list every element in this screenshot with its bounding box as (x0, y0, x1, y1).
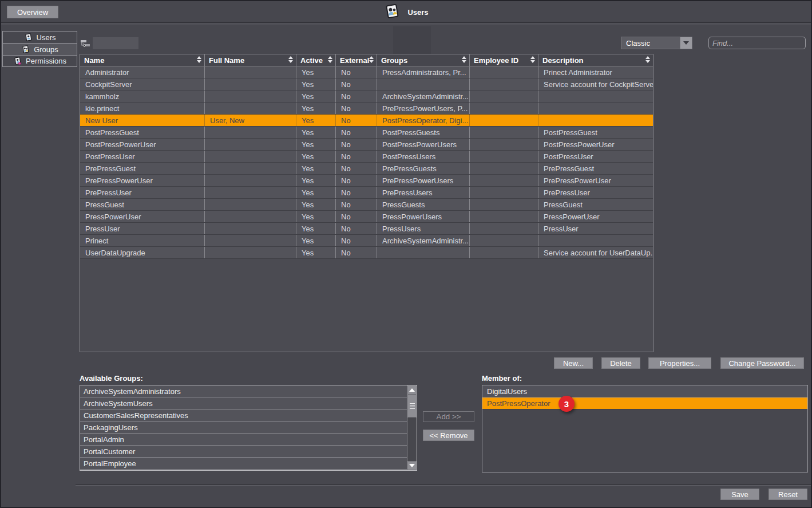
scroll-down-icon[interactable] (407, 461, 417, 470)
cell-name: PrePressPowerUser (80, 175, 205, 186)
view-mode-select[interactable]: Classic (621, 37, 692, 49)
sort-icon (288, 56, 293, 63)
cell-description: PressUser (538, 223, 653, 234)
list-item[interactable]: PortalAdmin (80, 434, 407, 446)
cell-active: Yes (296, 175, 336, 186)
cell-external: No (336, 247, 377, 258)
group-card-icon (21, 45, 30, 54)
sidebar-item-users[interactable]: Users (2, 31, 77, 43)
sidebar-item-groups[interactable]: Groups (2, 43, 77, 55)
group-name: ArchiveSystemUsers (84, 399, 153, 408)
list-item[interactable]: PackagingUsers (80, 422, 407, 434)
reset-button[interactable]: Reset (769, 489, 807, 500)
column-header-name[interactable]: Name (80, 54, 205, 66)
save-button[interactable]: Save (720, 489, 759, 500)
sort-icon (369, 56, 374, 63)
cell-groups: PrePressGuests (377, 163, 470, 174)
list-item[interactable]: CustomerSalesRepresentatives (80, 409, 407, 422)
delete-button[interactable]: Delete (601, 357, 640, 369)
table-row[interactable]: PostPressGuest Yes No PostPressGuests Po… (80, 127, 653, 139)
column-header-external[interactable]: External (336, 54, 377, 66)
table-row[interactable]: PrePressPowerUser Yes No PrePressPowerUs… (80, 175, 653, 187)
new-button[interactable]: New... (554, 357, 593, 369)
cell-active: Yes (296, 139, 336, 150)
user-card-icon (24, 33, 33, 42)
list-item[interactable]: DigitalUsers (482, 385, 807, 397)
scrollbar-thumb[interactable] (407, 395, 417, 418)
list-item[interactable]: PortalEmployee (80, 458, 407, 470)
table-row[interactable]: UserDataUpgrade Yes No Service account f… (80, 247, 653, 259)
cell-description: PrePressGuest (538, 163, 653, 174)
cell-groups: PressUsers (377, 223, 470, 234)
sort-icon (197, 56, 201, 63)
change-password-button[interactable]: Change Password... (720, 357, 804, 369)
quick-filter-input[interactable] (93, 37, 138, 49)
cell-employee-id (470, 127, 538, 138)
cell-full-name (205, 139, 296, 150)
cell-full-name (205, 235, 296, 246)
list-item[interactable]: ArchiveSystemAdministrators (80, 385, 407, 397)
sidebar-item-permissions[interactable]: Permissions (2, 55, 77, 67)
column-header-groups[interactable]: Groups (377, 54, 470, 66)
cell-description: PrePressUser (538, 187, 653, 198)
table-row[interactable]: Prinect Yes No ArchiveSystemAdministr... (80, 235, 653, 247)
cell-active: Yes (296, 199, 336, 210)
cell-name: PressUser (80, 223, 205, 234)
list-item[interactable]: PortalCustomer (80, 446, 407, 458)
group-name: PortalCustomer (84, 447, 135, 456)
table-row[interactable]: PostPressUser Yes No PostPressUsers Post… (80, 151, 653, 163)
cell-description (538, 115, 653, 126)
add-group-button[interactable]: Add >> (423, 411, 474, 422)
cell-full-name (205, 187, 296, 198)
column-header-full-name[interactable]: Full Name (205, 54, 296, 66)
table-row[interactable]: PressPowerUser Yes No PressPowerUsers Pr… (80, 211, 653, 223)
cell-active: Yes (296, 78, 336, 90)
column-label: Groups (381, 56, 407, 65)
table-row[interactable]: PrePressGuest Yes No PrePressGuests PreP… (80, 163, 653, 175)
list-item[interactable]: ArchiveSystemUsers (80, 397, 407, 409)
cell-employee-id (470, 90, 538, 102)
column-label: Full Name (209, 56, 244, 65)
column-label: Employee ID (474, 56, 518, 65)
hierarchy-filter-icon[interactable] (80, 38, 92, 50)
table-row[interactable]: PostPressPowerUser Yes No PostPressPower… (80, 139, 653, 151)
cell-active: Yes (296, 211, 336, 222)
cell-employee-id (470, 175, 538, 186)
remove-group-button[interactable]: << Remove (423, 430, 474, 441)
list-item[interactable]: PostPressOperator 3 (482, 397, 807, 409)
table-row[interactable]: kie.prinect Yes No PrePressPowerUsers, P… (80, 103, 653, 115)
properties-button[interactable]: Properties... (648, 357, 711, 369)
table-row[interactable]: PrePressUser Yes No PrePressUsers PrePre… (80, 187, 653, 199)
find-input[interactable] (709, 39, 812, 48)
cell-external: No (336, 223, 377, 234)
scrollbar-track[interactable] (407, 418, 417, 461)
cell-active: Yes (296, 223, 336, 234)
table-row[interactable]: PressGuest Yes No PressGuests PressGuest (80, 199, 653, 211)
column-header-description[interactable]: Description (538, 54, 653, 66)
table-row[interactable]: New User User, New Yes No PostPressOpera… (80, 115, 653, 127)
column-header-active[interactable]: Active (296, 54, 336, 66)
window-title: Users (407, 8, 428, 17)
cell-full-name (205, 127, 296, 138)
cell-employee-id (470, 103, 538, 114)
scrollbar[interactable] (407, 385, 417, 470)
column-header-employee-id[interactable]: Employee ID (470, 54, 538, 66)
cell-name: PostPressUser (80, 151, 205, 162)
cell-active: Yes (296, 66, 336, 78)
cell-external: No (336, 175, 377, 186)
group-name: DigitalUsers (487, 387, 527, 396)
cell-full-name (205, 90, 296, 102)
cell-groups: PressAdministrators, Pr... (377, 66, 470, 78)
chevron-down-icon[interactable] (680, 37, 692, 49)
footer-divider (76, 484, 812, 486)
cell-active: Yes (296, 163, 336, 174)
scroll-up-icon[interactable] (407, 385, 417, 395)
cell-external: No (336, 66, 377, 78)
table-row[interactable]: kammholz Yes No ArchiveSystemAdministr..… (80, 90, 653, 103)
table-row[interactable]: CockpitServer Yes No Service account for… (80, 78, 653, 90)
cell-active: Yes (296, 187, 336, 198)
cell-external: No (336, 139, 377, 150)
table-row[interactable]: PressUser Yes No PressUsers PressUser (80, 223, 653, 235)
cell-active: Yes (296, 247, 336, 258)
table-row[interactable]: Administrator Yes No PressAdministrators… (80, 66, 653, 78)
